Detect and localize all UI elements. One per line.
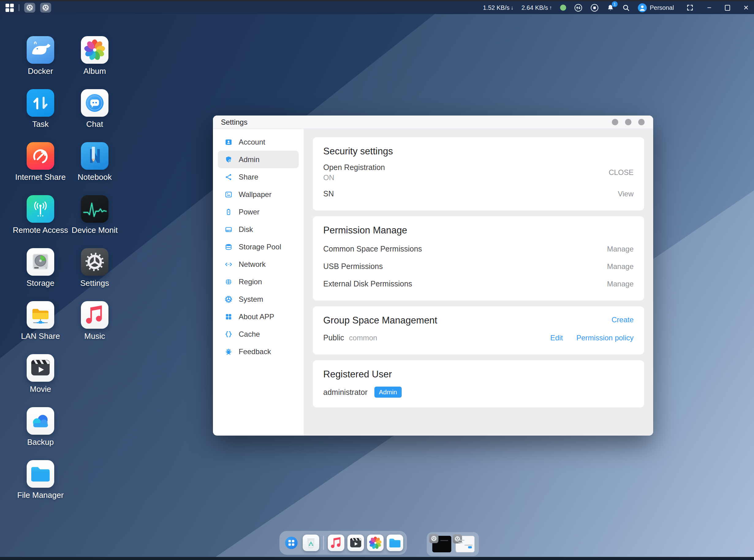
desktop-icon-task[interactable]: Task	[14, 89, 67, 142]
sidebar-label: Storage Pool	[239, 243, 281, 251]
window-maximize-dot[interactable]	[625, 119, 632, 125]
dock-album-icon[interactable]	[367, 535, 383, 551]
sn-row: SN View	[323, 185, 634, 202]
open-registration-row: Open Registration ON CLOSE	[323, 160, 634, 185]
desktop-icons-column-2: Album Chat Notebook	[68, 36, 122, 354]
usb-permissions-row: USB Permissions Manage	[323, 258, 634, 275]
settings-window-light-thumbnail[interactable]	[456, 536, 475, 552]
app-label: Remote Access	[13, 225, 68, 235]
trash-icon[interactable]	[303, 535, 319, 551]
transfer-icon[interactable]	[574, 4, 582, 12]
sidebar-item-disk[interactable]: Disk	[218, 221, 299, 238]
minimize-icon[interactable]: −	[707, 4, 711, 11]
card-title: Registered User	[323, 369, 634, 380]
fullscreen-icon[interactable]	[686, 4, 694, 11]
storage-app-icon	[27, 248, 54, 276]
sidebar-item-admin[interactable]: Admin	[218, 151, 299, 168]
sidebar-item-system[interactable]: System	[218, 291, 299, 308]
app-grid-icon[interactable]	[5, 4, 14, 12]
app-label: Device Monit	[72, 225, 118, 235]
desktop-icons-column-1: Docker Task Internet Share	[14, 36, 67, 513]
user-menu[interactable]: Personal	[638, 3, 674, 12]
dock-music-icon[interactable]	[328, 535, 344, 551]
dock-movie-icon[interactable]	[348, 535, 364, 551]
desktop-icon-settings[interactable]: Settings	[68, 248, 122, 301]
desktop-icon-file-manager[interactable]: File Manager	[14, 460, 67, 513]
close-icon[interactable]: ×	[743, 3, 749, 12]
manage-action[interactable]: Manage	[607, 262, 634, 271]
sidebar-item-region[interactable]: Region	[218, 273, 299, 291]
app-label: File Manager	[17, 491, 64, 500]
desktop-icon-notebook[interactable]: Notebook	[68, 142, 122, 195]
dock-file-manager-icon[interactable]	[386, 535, 403, 551]
settings-window-dark-thumbnail[interactable]	[432, 536, 451, 552]
public-space-row: Public common Edit Permission policy	[323, 329, 634, 346]
sidebar-item-network[interactable]: Network	[218, 256, 299, 273]
network-icon	[224, 260, 233, 268]
wallpaper-icon	[224, 191, 233, 199]
desktop-icon-internet-share[interactable]: Internet Share	[14, 142, 67, 195]
space-name: Public	[323, 333, 344, 342]
desktop-icon-lan-share[interactable]: LAN Share	[14, 301, 67, 354]
desktop-icon-chat[interactable]: Chat	[68, 89, 122, 142]
notification-badge: 1	[612, 1, 618, 7]
sidebar-item-power[interactable]: Power	[218, 203, 299, 221]
permission-policy-button[interactable]: Permission policy	[576, 334, 634, 342]
close-action[interactable]: CLOSE	[609, 168, 634, 177]
taskbar-app-settings-2[interactable]	[40, 3, 51, 13]
manage-action[interactable]: Manage	[607, 245, 634, 253]
desktop-icon-movie[interactable]: Movie	[14, 354, 67, 407]
sidebar-item-feedback[interactable]: Feedback	[218, 343, 299, 360]
lan-share-app-icon	[27, 301, 54, 329]
desktop-icon-storage[interactable]: Storage	[14, 248, 67, 301]
settings-gear-badge-icon	[429, 534, 438, 543]
window-titlebar[interactable]: Settings	[213, 116, 653, 129]
sidebar-item-about-app[interactable]: About APP	[218, 308, 299, 325]
app-label: Movie	[30, 384, 51, 394]
album-app-icon	[81, 36, 108, 64]
sidebar-label: Feedback	[239, 347, 271, 356]
sidebar-item-storage-pool[interactable]: Storage Pool	[218, 238, 299, 256]
sidebar-item-cache[interactable]: Cache	[218, 325, 299, 343]
bell-icon[interactable]: 1	[607, 4, 614, 12]
desktop-icon-remote-access[interactable]: Remote Access	[14, 195, 67, 248]
view-action[interactable]: View	[618, 189, 634, 198]
app-label: Task	[32, 119, 48, 129]
settings-window: Settings Account Admin	[213, 116, 653, 436]
sidebar-label: Region	[239, 278, 262, 286]
sidebar-item-account[interactable]: Account	[218, 133, 299, 151]
thumbnail-detail	[458, 542, 463, 543]
window-minimize-dot[interactable]	[612, 119, 618, 125]
window-title: Settings	[221, 118, 247, 126]
desktop-icon-album[interactable]: Album	[68, 36, 122, 89]
desktop-icon-docker[interactable]: Docker	[14, 36, 67, 89]
app-launcher-icon[interactable]	[283, 535, 300, 551]
create-button[interactable]: Create	[612, 316, 634, 324]
green-status-dot[interactable]	[560, 5, 566, 11]
docker-app-icon	[27, 36, 54, 64]
taskbar-app-settings-1[interactable]	[24, 3, 35, 13]
sidebar-label: Account	[239, 138, 265, 146]
card-title: Group Space Management	[323, 315, 437, 326]
menubar: 1.52 KB/s↓ 2.64 KB/s↑ 1	[0, 0, 754, 14]
desktop-icon-music[interactable]: Music	[68, 301, 122, 354]
disk-icon	[224, 225, 233, 234]
cache-icon	[224, 330, 233, 338]
sidebar-item-share[interactable]: Share	[218, 168, 299, 186]
desktop-icon-backup[interactable]: Backup	[14, 407, 67, 460]
edit-button[interactable]: Edit	[550, 334, 563, 342]
maximize-icon[interactable]	[725, 5, 730, 11]
sync-icon[interactable]	[590, 4, 599, 12]
thumbnail-detail	[464, 545, 473, 546]
row-label: USB Permissions	[323, 262, 383, 271]
sidebar-item-wallpaper[interactable]: Wallpaper	[218, 186, 299, 203]
sidebar-label: Power	[239, 208, 259, 216]
search-icon[interactable]	[622, 4, 630, 12]
manage-action[interactable]: Manage	[607, 280, 634, 288]
desktop-icon-device-monit[interactable]: Device Monit	[68, 195, 122, 248]
settings-gear-icon	[26, 4, 34, 11]
app-label: Settings	[80, 278, 109, 288]
screen-bottom-strip	[0, 557, 754, 560]
window-close-dot[interactable]	[638, 119, 644, 125]
task-app-icon	[27, 89, 54, 117]
